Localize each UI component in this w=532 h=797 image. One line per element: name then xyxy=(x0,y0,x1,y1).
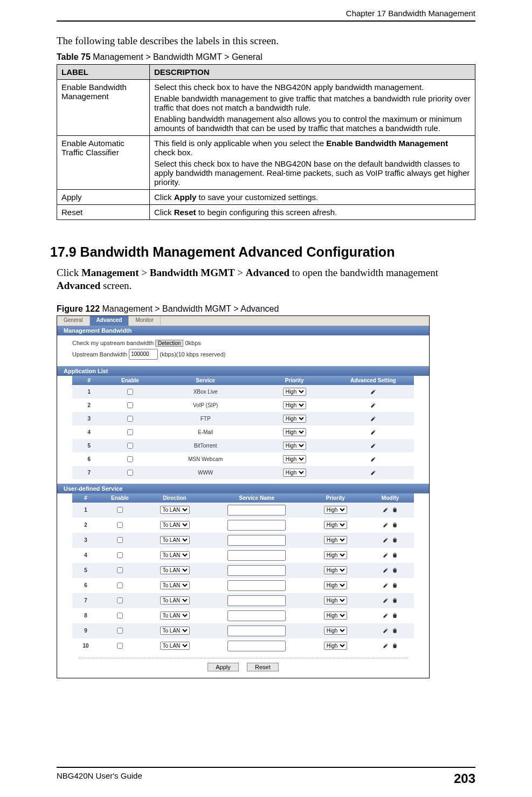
enable-checkbox[interactable] xyxy=(117,643,123,649)
priority-select[interactable]: High xyxy=(324,581,347,589)
priority-select[interactable]: High xyxy=(283,415,306,423)
desc-para: Select this check box to have the NBG420… xyxy=(154,83,471,92)
detection-button[interactable]: Detection xyxy=(155,340,183,347)
enable-checkbox[interactable] xyxy=(127,402,133,408)
direction-select[interactable]: To LAN xyxy=(160,581,190,589)
edit-icon[interactable] xyxy=(383,613,389,619)
edit-icon[interactable] xyxy=(370,470,376,476)
direction-select[interactable]: To LAN xyxy=(160,612,190,620)
service-name-input[interactable] xyxy=(227,610,286,621)
priority-select[interactable]: High xyxy=(283,428,306,436)
direction-select[interactable]: To LAN xyxy=(160,566,190,574)
edit-icon[interactable] xyxy=(383,582,389,588)
edit-icon[interactable] xyxy=(370,456,376,462)
priority-select[interactable]: High xyxy=(324,551,347,559)
enable-checkbox[interactable] xyxy=(127,416,133,422)
priority-select[interactable]: High xyxy=(324,506,347,514)
upstream-bandwidth-input[interactable] xyxy=(129,349,158,360)
delete-icon[interactable] xyxy=(392,613,398,619)
desc-para: This field is only applicable when you s… xyxy=(154,139,471,157)
reset-button[interactable]: Reset xyxy=(247,663,279,671)
desc-para: Select this check box to have the NBG420… xyxy=(154,159,471,187)
service-name-input[interactable] xyxy=(227,505,286,516)
delete-icon[interactable] xyxy=(392,507,398,513)
service-name-input[interactable] xyxy=(227,550,286,561)
direction-select[interactable]: To LAN xyxy=(160,506,190,514)
th-enable: Enable xyxy=(99,493,140,503)
enable-checkbox[interactable] xyxy=(117,522,123,528)
delete-icon[interactable] xyxy=(392,597,398,603)
edit-icon[interactable] xyxy=(383,628,389,634)
edit-icon[interactable] xyxy=(383,643,389,649)
table-breadcrumb: Management > Bandwidth MGMT > General xyxy=(91,52,262,61)
enable-checkbox[interactable] xyxy=(117,628,123,634)
check-upstream-label: Check my upstream bandwidth xyxy=(72,340,154,346)
priority-select[interactable]: High xyxy=(324,627,347,635)
delete-icon[interactable] xyxy=(392,522,398,528)
edit-icon[interactable] xyxy=(383,537,389,543)
enable-checkbox[interactable] xyxy=(117,582,123,588)
edit-icon[interactable] xyxy=(370,389,376,395)
direction-select[interactable]: To LAN xyxy=(160,596,190,604)
tab-general[interactable]: General xyxy=(57,316,90,326)
delete-icon[interactable] xyxy=(392,628,398,634)
enable-checkbox[interactable] xyxy=(127,443,133,449)
row-num: 7 xyxy=(72,466,106,479)
service-name-input[interactable] xyxy=(227,626,286,636)
tab-advanced[interactable]: Advanced xyxy=(90,316,129,326)
table-row: 7WWWHigh xyxy=(72,466,414,479)
priority-select[interactable]: High xyxy=(283,455,306,463)
service-name-input[interactable] xyxy=(227,595,286,606)
priority-select[interactable]: High xyxy=(283,401,306,409)
enable-checkbox[interactable] xyxy=(117,597,123,603)
priority-select[interactable]: High xyxy=(283,469,306,477)
direction-select[interactable]: To LAN xyxy=(160,551,190,559)
enable-checkbox[interactable] xyxy=(127,470,133,476)
edit-icon[interactable] xyxy=(370,429,376,435)
direction-select[interactable]: To LAN xyxy=(160,642,190,650)
delete-icon[interactable] xyxy=(392,537,398,543)
direction-select[interactable]: To LAN xyxy=(160,521,190,529)
priority-select[interactable]: High xyxy=(283,388,306,396)
delete-icon[interactable] xyxy=(392,643,398,649)
edit-icon[interactable] xyxy=(383,552,389,558)
enable-checkbox[interactable] xyxy=(127,456,133,462)
service-name-input[interactable] xyxy=(227,535,286,546)
edit-icon[interactable] xyxy=(383,507,389,513)
enable-checkbox[interactable] xyxy=(127,389,133,395)
enable-checkbox[interactable] xyxy=(117,507,123,513)
service-name-input[interactable] xyxy=(227,641,286,651)
service-name-input[interactable] xyxy=(227,565,286,576)
priority-select[interactable]: High xyxy=(324,596,347,604)
edit-icon[interactable] xyxy=(370,416,376,422)
footer-guide-name: NBG420N User's Guide xyxy=(57,771,142,786)
edit-icon[interactable] xyxy=(370,402,376,408)
edit-icon[interactable] xyxy=(370,443,376,449)
delete-icon[interactable] xyxy=(392,582,398,588)
apply-button[interactable]: Apply xyxy=(208,663,239,671)
enable-checkbox[interactable] xyxy=(117,552,123,558)
tab-monitor[interactable]: Monitor xyxy=(129,316,160,326)
priority-select[interactable]: High xyxy=(324,612,347,620)
service-name-input[interactable] xyxy=(227,580,286,591)
enable-checkbox[interactable] xyxy=(127,429,133,435)
priority-select[interactable]: High xyxy=(324,521,347,529)
edit-icon[interactable] xyxy=(383,567,389,573)
header-rule xyxy=(57,20,475,22)
enable-checkbox[interactable] xyxy=(117,613,123,619)
table-row: 4E-MailHigh xyxy=(72,425,414,439)
enable-checkbox[interactable] xyxy=(117,537,123,543)
priority-select[interactable]: High xyxy=(324,642,347,650)
enable-checkbox[interactable] xyxy=(117,567,123,573)
delete-icon[interactable] xyxy=(392,567,398,573)
priority-select[interactable]: High xyxy=(324,566,347,574)
direction-select[interactable]: To LAN xyxy=(160,536,190,544)
priority-select[interactable]: High xyxy=(324,536,347,544)
service-name-input[interactable] xyxy=(227,520,286,531)
priority-select[interactable]: High xyxy=(283,442,306,450)
edit-icon[interactable] xyxy=(383,597,389,603)
direction-select[interactable]: To LAN xyxy=(160,627,190,635)
edit-icon[interactable] xyxy=(383,522,389,528)
application-list-table: # Enable Service Priority Advanced Setti… xyxy=(72,376,414,479)
delete-icon[interactable] xyxy=(392,552,398,558)
